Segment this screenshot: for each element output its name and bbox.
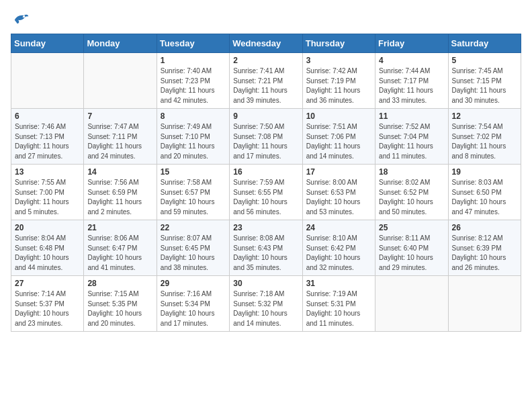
calendar-cell: 1Sunrise: 7:40 AM Sunset: 7:23 PM Daylig… (157, 53, 229, 109)
calendar-cell: 26Sunrise: 8:12 AM Sunset: 6:39 PM Dayli… (448, 220, 521, 276)
day-info: Sunrise: 7:40 AM Sunset: 7:23 PM Dayligh… (161, 66, 226, 105)
calendar-week-row: 27Sunrise: 7:14 AM Sunset: 5:37 PM Dayli… (11, 276, 521, 332)
day-info: Sunrise: 7:59 AM Sunset: 6:55 PM Dayligh… (233, 178, 298, 217)
calendar-cell: 18Sunrise: 8:02 AM Sunset: 6:52 PM Dayli… (375, 165, 448, 220)
day-number: 4 (379, 56, 444, 65)
calendar-cell: 15Sunrise: 7:58 AM Sunset: 6:57 PM Dayli… (157, 165, 229, 220)
page-header (11, 11, 521, 26)
calendar-cell: 6Sunrise: 7:46 AM Sunset: 7:13 PM Daylig… (11, 109, 84, 165)
day-number: 7 (87, 111, 152, 121)
day-number: 5 (452, 56, 517, 65)
calendar-cell (375, 276, 448, 332)
day-info: Sunrise: 8:11 AM Sunset: 6:40 PM Dayligh… (379, 234, 444, 273)
logo (11, 11, 32, 26)
calendar-cell: 9Sunrise: 7:50 AM Sunset: 7:08 PM Daylig… (230, 109, 302, 165)
calendar-cell: 21Sunrise: 8:06 AM Sunset: 6:47 PM Dayli… (84, 220, 157, 276)
day-number: 24 (306, 223, 371, 232)
day-info: Sunrise: 7:15 AM Sunset: 5:35 PM Dayligh… (87, 289, 152, 328)
calendar-cell: 25Sunrise: 8:11 AM Sunset: 6:40 PM Dayli… (375, 220, 448, 276)
day-number: 8 (161, 111, 226, 121)
calendar-cell: 16Sunrise: 7:59 AM Sunset: 6:55 PM Dayli… (230, 165, 302, 220)
day-number: 26 (452, 223, 517, 232)
day-of-week-saturday: Saturday (448, 34, 521, 53)
day-of-week-monday: Monday (84, 34, 157, 53)
day-number: 28 (87, 279, 152, 288)
day-info: Sunrise: 8:00 AM Sunset: 6:53 PM Dayligh… (306, 178, 371, 217)
calendar-cell (448, 276, 521, 332)
logo-icon (11, 11, 30, 26)
day-info: Sunrise: 7:55 AM Sunset: 7:00 PM Dayligh… (15, 178, 80, 217)
day-number: 29 (161, 279, 226, 288)
calendar-header-row: SundayMondayTuesdayWednesdayThursdayFrid… (11, 34, 521, 53)
day-number: 9 (233, 111, 298, 121)
calendar-cell: 7Sunrise: 7:47 AM Sunset: 7:11 PM Daylig… (84, 109, 157, 165)
calendar-cell: 12Sunrise: 7:54 AM Sunset: 7:02 PM Dayli… (448, 109, 521, 165)
day-number: 22 (161, 223, 226, 232)
day-info: Sunrise: 7:49 AM Sunset: 7:10 PM Dayligh… (161, 122, 226, 161)
day-info: Sunrise: 7:44 AM Sunset: 7:17 PM Dayligh… (379, 66, 444, 105)
day-info: Sunrise: 7:51 AM Sunset: 7:06 PM Dayligh… (306, 122, 371, 161)
day-number: 30 (233, 279, 298, 288)
day-number: 19 (452, 167, 517, 177)
day-info: Sunrise: 7:19 AM Sunset: 5:31 PM Dayligh… (306, 289, 371, 328)
day-info: Sunrise: 8:07 AM Sunset: 6:45 PM Dayligh… (161, 234, 226, 273)
day-number: 13 (15, 167, 80, 177)
calendar-cell: 30Sunrise: 7:18 AM Sunset: 5:32 PM Dayli… (230, 276, 302, 332)
calendar-cell: 8Sunrise: 7:49 AM Sunset: 7:10 PM Daylig… (157, 109, 229, 165)
day-info: Sunrise: 7:54 AM Sunset: 7:02 PM Dayligh… (452, 122, 517, 161)
calendar-cell: 20Sunrise: 8:04 AM Sunset: 6:48 PM Dayli… (11, 220, 84, 276)
day-number: 14 (87, 167, 152, 177)
calendar-cell (11, 53, 84, 109)
day-info: Sunrise: 8:08 AM Sunset: 6:43 PM Dayligh… (233, 234, 298, 273)
calendar-cell: 10Sunrise: 7:51 AM Sunset: 7:06 PM Dayli… (302, 109, 375, 165)
day-number: 21 (87, 223, 152, 232)
day-number: 15 (161, 167, 226, 177)
calendar-cell: 17Sunrise: 8:00 AM Sunset: 6:53 PM Dayli… (302, 165, 375, 220)
day-number: 18 (379, 167, 444, 177)
calendar-cell: 13Sunrise: 7:55 AM Sunset: 7:00 PM Dayli… (11, 165, 84, 220)
day-number: 6 (15, 111, 80, 121)
day-info: Sunrise: 8:12 AM Sunset: 6:39 PM Dayligh… (452, 234, 517, 273)
day-info: Sunrise: 7:46 AM Sunset: 7:13 PM Dayligh… (15, 122, 80, 161)
day-info: Sunrise: 8:04 AM Sunset: 6:48 PM Dayligh… (15, 234, 80, 273)
calendar-cell: 5Sunrise: 7:45 AM Sunset: 7:15 PM Daylig… (448, 53, 521, 109)
day-number: 20 (15, 223, 80, 232)
calendar-cell: 11Sunrise: 7:52 AM Sunset: 7:04 PM Dayli… (375, 109, 448, 165)
calendar-cell: 22Sunrise: 8:07 AM Sunset: 6:45 PM Dayli… (157, 220, 229, 276)
day-number: 27 (15, 279, 80, 288)
day-info: Sunrise: 8:03 AM Sunset: 6:50 PM Dayligh… (452, 178, 517, 217)
day-number: 1 (161, 56, 226, 65)
calendar-cell: 24Sunrise: 8:10 AM Sunset: 6:42 PM Dayli… (302, 220, 375, 276)
day-info: Sunrise: 7:58 AM Sunset: 6:57 PM Dayligh… (161, 178, 226, 217)
calendar-cell (84, 53, 157, 109)
day-info: Sunrise: 7:18 AM Sunset: 5:32 PM Dayligh… (233, 289, 298, 328)
day-info: Sunrise: 7:45 AM Sunset: 7:15 PM Dayligh… (452, 66, 517, 105)
calendar-cell: 14Sunrise: 7:56 AM Sunset: 6:59 PM Dayli… (84, 165, 157, 220)
calendar-cell: 19Sunrise: 8:03 AM Sunset: 6:50 PM Dayli… (448, 165, 521, 220)
day-number: 3 (306, 56, 371, 65)
day-info: Sunrise: 8:02 AM Sunset: 6:52 PM Dayligh… (379, 178, 444, 217)
day-of-week-wednesday: Wednesday (230, 34, 302, 53)
day-number: 11 (379, 111, 444, 121)
day-info: Sunrise: 8:06 AM Sunset: 6:47 PM Dayligh… (87, 234, 152, 273)
day-number: 23 (233, 223, 298, 232)
calendar-cell: 28Sunrise: 7:15 AM Sunset: 5:35 PM Dayli… (84, 276, 157, 332)
day-info: Sunrise: 7:56 AM Sunset: 6:59 PM Dayligh… (87, 178, 152, 217)
calendar-cell: 31Sunrise: 7:19 AM Sunset: 5:31 PM Dayli… (302, 276, 375, 332)
calendar-cell: 3Sunrise: 7:42 AM Sunset: 7:19 PM Daylig… (302, 53, 375, 109)
calendar-cell: 27Sunrise: 7:14 AM Sunset: 5:37 PM Dayli… (11, 276, 84, 332)
day-of-week-thursday: Thursday (302, 34, 375, 53)
day-number: 17 (306, 167, 371, 177)
day-info: Sunrise: 7:47 AM Sunset: 7:11 PM Dayligh… (87, 122, 152, 161)
calendar-cell: 2Sunrise: 7:41 AM Sunset: 7:21 PM Daylig… (230, 53, 302, 109)
day-of-week-sunday: Sunday (11, 34, 84, 53)
day-info: Sunrise: 7:52 AM Sunset: 7:04 PM Dayligh… (379, 122, 444, 161)
day-info: Sunrise: 8:10 AM Sunset: 6:42 PM Dayligh… (306, 234, 371, 273)
day-number: 12 (452, 111, 517, 121)
calendar-cell: 4Sunrise: 7:44 AM Sunset: 7:17 PM Daylig… (375, 53, 448, 109)
calendar-week-row: 20Sunrise: 8:04 AM Sunset: 6:48 PM Dayli… (11, 220, 521, 276)
day-number: 31 (306, 279, 371, 288)
day-info: Sunrise: 7:14 AM Sunset: 5:37 PM Dayligh… (15, 289, 80, 328)
calendar-week-row: 1Sunrise: 7:40 AM Sunset: 7:23 PM Daylig… (11, 53, 521, 109)
day-number: 16 (233, 167, 298, 177)
